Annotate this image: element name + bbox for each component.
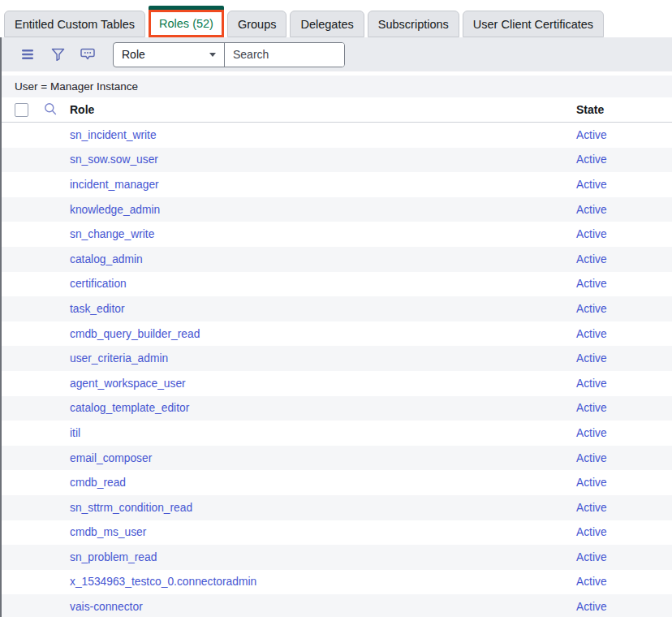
table-row: email_composerActive: [2, 446, 672, 471]
state-cell: Active: [576, 278, 672, 290]
state-cell: Active: [576, 601, 672, 613]
state-cell: Active: [576, 303, 672, 315]
role-link[interactable]: user_criteria_admin: [70, 352, 168, 365]
role-cell: catalog_admin: [70, 253, 576, 265]
tab-entitled-custom-tables[interactable]: Entitled Custom Tables: [4, 11, 145, 37]
table-row: sn_sow.sow_userActive: [2, 148, 672, 173]
state-link[interactable]: Active: [576, 129, 607, 141]
search-column-dropdown[interactable]: Role: [114, 43, 225, 67]
role-cell: email_composer: [70, 452, 576, 464]
role-cell: cmdb_ms_user: [70, 526, 576, 538]
role-link[interactable]: certification: [70, 278, 127, 290]
column-header-role[interactable]: Role: [70, 103, 576, 116]
role-link[interactable]: cmdb_query_builder_read: [70, 328, 200, 340]
select-all-checkbox[interactable]: [15, 103, 28, 117]
filter-icon: [51, 48, 65, 61]
role-cell: catalog_template_editor: [70, 402, 576, 414]
table-row: catalog_template_editorActive: [2, 396, 672, 421]
role-link[interactable]: sn_problem_read: [70, 551, 157, 563]
role-link[interactable]: catalog_template_editor: [70, 402, 189, 414]
role-link[interactable]: knowledge_admin: [70, 204, 160, 216]
column-search-toggle[interactable]: [44, 102, 57, 118]
filter-breadcrumb[interactable]: User = Manager Instance: [2, 76, 672, 97]
role-link[interactable]: sn_incident_write: [70, 129, 157, 141]
filter-button[interactable]: [48, 45, 67, 64]
table-row: sn_problem_readActive: [2, 545, 672, 570]
role-cell: vais-connector: [70, 601, 576, 613]
table-row: catalog_adminActive: [2, 247, 672, 272]
feedback-button[interactable]: [78, 45, 97, 64]
tab-user-client-certificates[interactable]: User Client Certificates: [463, 11, 604, 37]
table-row: knowledge_adminActive: [2, 197, 672, 222]
state-link[interactable]: Active: [576, 303, 607, 315]
role-link[interactable]: incident_manager: [70, 179, 159, 191]
state-link[interactable]: Active: [576, 452, 607, 464]
state-link[interactable]: Active: [576, 378, 607, 390]
table-row: vais-connectorActive: [2, 594, 672, 617]
role-link[interactable]: itil: [70, 427, 80, 439]
table-row: certificationActive: [2, 272, 672, 297]
menu-button[interactable]: [18, 45, 37, 64]
role-cell: x_1534963_testco_0.connectoradmin: [70, 576, 576, 588]
state-cell: Active: [576, 228, 672, 240]
role-link[interactable]: vais-connector: [70, 601, 143, 613]
state-cell: Active: [576, 576, 672, 588]
role-link[interactable]: cmdb_ms_user: [70, 526, 146, 538]
table-row: cmdb_query_builder_readActive: [2, 321, 672, 347]
table-row: sn_sttrm_condition_readActive: [2, 495, 672, 520]
state-link[interactable]: Active: [576, 402, 607, 414]
state-link[interactable]: Active: [576, 153, 607, 166]
state-link[interactable]: Active: [576, 601, 607, 613]
role-cell: sn_sttrm_condition_read: [70, 502, 576, 514]
search-column-value: Role: [122, 48, 145, 61]
chat-feedback-icon: [80, 48, 95, 61]
role-link[interactable]: agent_workspace_user: [70, 378, 186, 390]
tab-groups[interactable]: Groups: [227, 11, 287, 37]
state-link[interactable]: Active: [576, 352, 607, 365]
tab-subscriptions[interactable]: Subscriptions: [368, 11, 459, 37]
column-header-state[interactable]: State: [576, 103, 672, 116]
role-link[interactable]: task_editor: [70, 303, 125, 315]
state-link[interactable]: Active: [576, 526, 607, 538]
table-row: sn_incident_writeActive: [2, 123, 672, 148]
state-link[interactable]: Active: [576, 228, 607, 240]
table-row: incident_managerActive: [2, 172, 672, 197]
role-link[interactable]: sn_sttrm_condition_read: [70, 502, 192, 514]
state-cell: Active: [576, 526, 672, 538]
state-link[interactable]: Active: [576, 204, 607, 216]
role-link[interactable]: cmdb_read: [70, 477, 126, 489]
role-cell: sn_change_write: [70, 228, 576, 240]
table-row: itilActive: [2, 421, 672, 446]
role-cell: sn_problem_read: [70, 551, 576, 563]
state-link[interactable]: Active: [576, 253, 607, 265]
list-toolbar: Role: [2, 37, 672, 71]
chevron-down-icon: [209, 53, 216, 57]
state-link[interactable]: Active: [576, 179, 607, 191]
state-link[interactable]: Active: [576, 278, 607, 290]
role-link[interactable]: sn_sow.sow_user: [70, 153, 158, 166]
tab-bar: Entitled Custom TablesRoles (52)GroupsDe…: [0, 0, 672, 37]
role-link[interactable]: sn_change_write: [70, 228, 154, 240]
state-link[interactable]: Active: [576, 502, 607, 514]
state-link[interactable]: Active: [576, 328, 607, 340]
role-cell: agent_workspace_user: [70, 378, 576, 390]
table-header-row: Role State: [2, 97, 672, 123]
state-cell: Active: [576, 179, 672, 191]
list-search-control: Role: [113, 42, 345, 67]
active-tab-label: Roles (52): [149, 10, 224, 37]
state-link[interactable]: Active: [576, 551, 607, 563]
state-cell: Active: [576, 452, 672, 464]
state-link[interactable]: Active: [576, 427, 607, 439]
role-cell: certification: [70, 278, 576, 290]
state-link[interactable]: Active: [576, 477, 607, 489]
tab-delegates[interactable]: Delegates: [290, 11, 364, 37]
role-link[interactable]: email_composer: [70, 452, 152, 464]
tab-roles-52[interactable]: Roles (52): [149, 6, 224, 37]
role-cell: cmdb_read: [70, 477, 576, 489]
table-row: x_1534963_testco_0.connectoradminActive: [2, 570, 672, 595]
role-link[interactable]: catalog_admin: [70, 253, 143, 265]
role-link[interactable]: x_1534963_testco_0.connectoradmin: [70, 576, 256, 588]
search-input[interactable]: [225, 43, 344, 67]
state-link[interactable]: Active: [576, 576, 607, 588]
state-cell: Active: [576, 378, 672, 390]
